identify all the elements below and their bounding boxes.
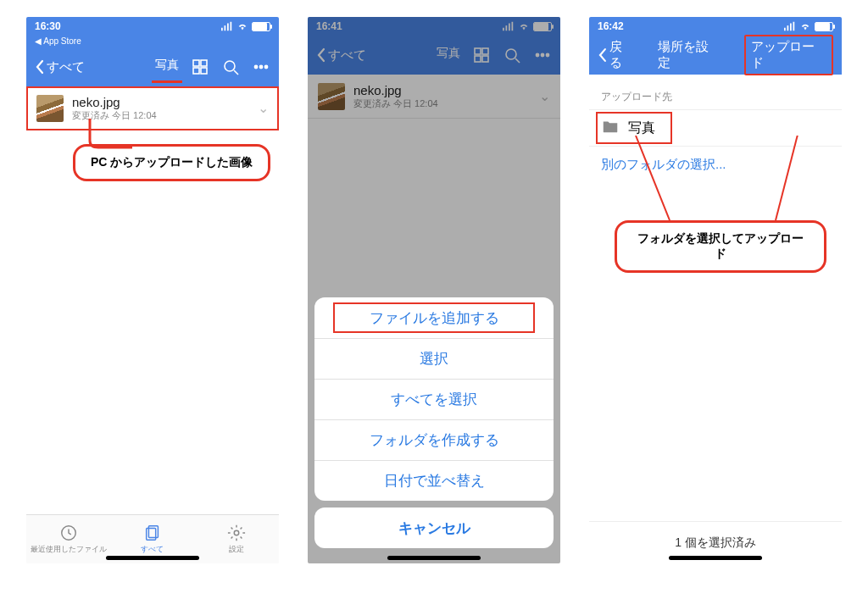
svg-rect-3 <box>231 22 232 31</box>
gear-icon <box>227 524 246 542</box>
tutorial-stage: 16:30 ◀ App Store すべて 写真 neko.jpg 変更済み 今 <box>0 0 868 599</box>
battery-icon <box>815 22 833 31</box>
svg-rect-1 <box>225 25 226 31</box>
signal-icon <box>784 21 796 31</box>
option-select-all[interactable]: すべてを選択 <box>314 379 554 419</box>
callout-1-pointer <box>86 119 137 153</box>
screen-2: 16:41 すべて 写真 neko.jpg 変更済み 今日 12:04 <box>308 17 560 563</box>
svg-rect-7 <box>201 68 207 74</box>
files-icon <box>143 524 162 542</box>
svg-rect-29 <box>787 25 789 31</box>
status-time: 16:30 <box>35 20 61 32</box>
nav-bar: すべて 写真 <box>26 47 279 86</box>
svg-line-32 <box>636 136 670 220</box>
status-time: 16:42 <box>598 20 624 32</box>
tab-recent[interactable]: 最近使用したファイル <box>26 515 110 563</box>
clock-icon <box>59 524 78 542</box>
signal-icon <box>221 21 233 31</box>
home-indicator[interactable] <box>106 556 199 560</box>
action-sheet-cancel: キャンセル <box>314 507 554 548</box>
svg-point-8 <box>225 61 235 71</box>
file-name: neko.jpg <box>72 95 157 110</box>
wifi-icon <box>236 21 248 31</box>
action-sheet-options: ファイルを追加する 選択 すべてを選択 フォルダを作成する 日付で並べ替え <box>314 297 554 501</box>
nav-segment-photos[interactable]: 写真 <box>155 58 179 76</box>
chevron-down-icon[interactable]: ⌄ <box>258 100 269 116</box>
nav-back-button[interactable]: すべて <box>35 59 85 75</box>
tab-settings[interactable]: 設定 <box>195 515 279 563</box>
file-thumbnail <box>36 95 64 122</box>
section-label-upload-to: アップロード先 <box>589 75 842 109</box>
folder-icon <box>601 117 620 139</box>
svg-rect-0 <box>221 28 223 31</box>
home-indicator[interactable] <box>387 556 481 560</box>
more-icon[interactable] <box>252 58 270 76</box>
screen-1: 16:30 ◀ App Store すべて 写真 neko.jpg 変更済み 今 <box>26 17 279 563</box>
chevron-left-icon <box>35 59 45 75</box>
svg-point-9 <box>254 65 257 68</box>
svg-rect-2 <box>227 24 229 31</box>
home-indicator[interactable] <box>669 556 762 560</box>
screen-3: 16:42 戻る 場所を設定 アップロード アップロード先 写真 別のフォルダの… <box>589 17 842 563</box>
callout-2-pointer <box>623 136 843 229</box>
action-sheet: ファイルを追加する 選択 すべてを選択 フォルダを作成する 日付で並べ替え キャ… <box>314 297 554 555</box>
svg-point-10 <box>259 65 262 68</box>
svg-rect-5 <box>201 60 207 66</box>
chevron-left-icon <box>598 47 608 63</box>
file-row[interactable]: neko.jpg 変更済み 今日 12:04 ⌄ <box>26 86 279 130</box>
battery-icon <box>252 22 270 31</box>
nav-back-button[interactable]: 戻る <box>598 39 634 71</box>
upload-button[interactable]: アップロード <box>744 35 833 75</box>
back-to-app[interactable]: ◀ App Store <box>26 36 279 47</box>
status-bar: 16:30 <box>26 17 279 36</box>
status-icons <box>784 21 833 31</box>
svg-rect-6 <box>193 68 199 74</box>
option-select[interactable]: 選択 <box>314 338 554 379</box>
svg-point-15 <box>235 530 240 535</box>
status-bar: 16:42 <box>589 17 842 36</box>
svg-point-11 <box>264 65 267 68</box>
status-icons <box>221 21 270 31</box>
svg-rect-28 <box>784 28 786 31</box>
option-sort-date[interactable]: 日付で並べ替え <box>314 460 554 501</box>
wifi-icon <box>799 21 811 31</box>
nav-back-label: すべて <box>47 59 85 75</box>
cancel-button[interactable]: キャンセル <box>314 507 554 548</box>
svg-rect-30 <box>790 24 792 31</box>
svg-rect-4 <box>193 60 199 66</box>
nav-title: 場所を設定 <box>658 39 721 71</box>
option-create-folder[interactable]: フォルダを作成する <box>314 419 554 460</box>
search-icon[interactable] <box>221 58 240 76</box>
svg-line-33 <box>776 136 814 220</box>
nav-bar: 戻る 場所を設定 アップロード <box>589 36 842 75</box>
grid-view-icon[interactable] <box>191 58 209 76</box>
option-add-file[interactable]: ファイルを追加する <box>314 297 554 338</box>
svg-rect-31 <box>793 22 795 31</box>
folder-name: 写真 <box>628 119 655 137</box>
